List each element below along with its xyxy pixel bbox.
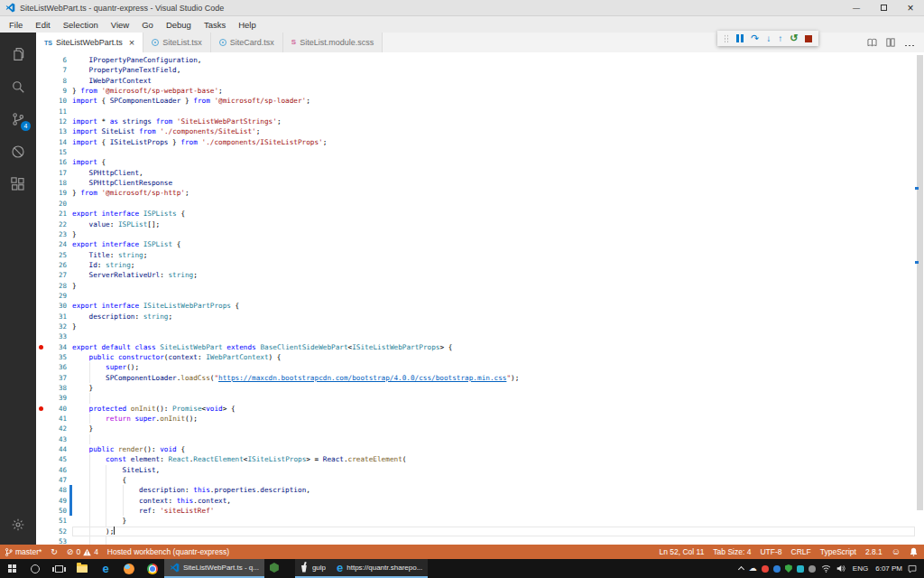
minimize-button[interactable] bbox=[843, 0, 870, 15]
code-line[interactable]: } bbox=[72, 322, 915, 331]
line-number[interactable]: 23 bbox=[46, 229, 67, 239]
line-number[interactable]: 11 bbox=[46, 107, 67, 117]
line-number[interactable]: 51 bbox=[46, 516, 67, 526]
taskbar-search-button[interactable] bbox=[23, 559, 47, 578]
code-line[interactable]: } bbox=[72, 281, 915, 291]
breakpoint-icon[interactable] bbox=[39, 406, 43, 411]
code-line[interactable]: public render(): void { bbox=[72, 444, 915, 454]
activity-debug[interactable] bbox=[0, 135, 36, 168]
debug-step-into-button[interactable] bbox=[766, 34, 771, 43]
code-line[interactable]: SPHttpClientResponse bbox=[72, 178, 915, 188]
code-line[interactable]: import * as strings from 'SiteListWebPar… bbox=[72, 117, 915, 126]
tab-1[interactable]: SiteListWebPart.ts× bbox=[36, 33, 143, 52]
line-number[interactable]: 47 bbox=[46, 475, 67, 485]
more-actions-button[interactable] bbox=[904, 34, 915, 51]
menu-go[interactable]: Go bbox=[135, 18, 160, 32]
indentation-setting[interactable]: Tab Size: 4 bbox=[708, 545, 755, 559]
code-area[interactable]: IPropertyPaneConfiguration, PropertyPane… bbox=[72, 55, 915, 545]
debug-step-over-button[interactable] bbox=[751, 33, 759, 43]
editor[interactable]: 6789101112131415161718192021222324252627… bbox=[36, 52, 924, 545]
line-number[interactable]: 15 bbox=[46, 147, 67, 157]
line-number[interactable]: 49 bbox=[46, 496, 67, 506]
line-number[interactable]: 28 bbox=[46, 281, 67, 291]
editor-scrollbar[interactable] bbox=[915, 55, 924, 545]
line-number[interactable]: 27 bbox=[46, 270, 67, 280]
menu-tasks[interactable]: Tasks bbox=[198, 18, 232, 32]
line-number[interactable]: 32 bbox=[46, 322, 67, 331]
line-number[interactable]: 13 bbox=[46, 126, 67, 136]
code-line[interactable]: context: this.context, bbox=[72, 496, 915, 506]
code-line[interactable] bbox=[72, 393, 915, 403]
code-line[interactable]: export interface ISPLists { bbox=[72, 209, 915, 219]
tray-red-icon[interactable] bbox=[762, 565, 769, 573]
menu-edit[interactable]: Edit bbox=[29, 18, 56, 32]
code-line[interactable]: export default class SiteListWebPart ext… bbox=[72, 342, 915, 352]
menu-view[interactable]: View bbox=[105, 18, 135, 32]
code-line[interactable]: Title: string; bbox=[72, 250, 915, 260]
line-number[interactable]: 19 bbox=[46, 188, 67, 198]
scrollbar-thumb[interactable] bbox=[917, 55, 923, 510]
code-line[interactable]: description: string; bbox=[72, 312, 915, 322]
line-number[interactable]: 41 bbox=[46, 414, 67, 424]
notifications-button[interactable] bbox=[905, 545, 922, 559]
line-number[interactable]: 26 bbox=[46, 260, 67, 270]
feedback-button[interactable] bbox=[887, 545, 905, 559]
line-number[interactable]: 48 bbox=[46, 485, 67, 495]
debug-restart-button[interactable] bbox=[790, 33, 798, 43]
clock[interactable]: 6:07 PM bbox=[875, 564, 902, 573]
code-line[interactable]: } bbox=[72, 516, 915, 526]
code-line[interactable] bbox=[72, 434, 915, 444]
menu-debug[interactable]: Debug bbox=[160, 18, 198, 32]
line-number[interactable]: 36 bbox=[46, 362, 67, 372]
branch-indicator[interactable]: master* bbox=[0, 545, 46, 559]
problems-indicator[interactable]: 0 4 bbox=[62, 545, 103, 559]
workbench-status[interactable]: Hosted workbench (quantr-express) bbox=[103, 545, 234, 559]
line-number[interactable]: 29 bbox=[46, 291, 67, 301]
code-line[interactable]: } bbox=[72, 424, 915, 434]
debug-pause-button[interactable] bbox=[736, 34, 744, 42]
activity-explorer[interactable] bbox=[0, 38, 36, 70]
line-number[interactable]: 17 bbox=[46, 168, 67, 178]
line-number[interactable]: 21 bbox=[46, 209, 67, 219]
code-line[interactable]: import { SPComponentLoader } from '@micr… bbox=[72, 96, 915, 106]
close-tab-icon[interactable]: × bbox=[129, 37, 134, 48]
code-line[interactable]: ); bbox=[72, 527, 915, 536]
code-line[interactable]: } bbox=[72, 383, 915, 393]
line-number[interactable]: 40 bbox=[46, 404, 67, 414]
menu-file[interactable]: File bbox=[3, 18, 29, 32]
line-number[interactable]: 46 bbox=[46, 465, 67, 475]
code-line[interactable]: const element: React.ReactElement<ISiteL… bbox=[72, 454, 915, 464]
input-language[interactable]: ENG bbox=[851, 564, 870, 573]
typescript-version[interactable]: 2.8.1 bbox=[861, 545, 887, 559]
code-line[interactable]: ref: 'siteListRef' bbox=[72, 506, 915, 516]
close-button[interactable] bbox=[897, 0, 924, 15]
hidden-icons-chevron[interactable] bbox=[738, 566, 744, 573]
line-number[interactable]: 34 bbox=[46, 342, 67, 352]
tray-blue-icon[interactable] bbox=[773, 565, 781, 573]
code-line[interactable]: SiteList, bbox=[72, 465, 915, 475]
line-number[interactable]: 10 bbox=[46, 96, 67, 106]
code-line[interactable] bbox=[72, 199, 915, 209]
taskbar-window-1[interactable]: SiteListWebPart.ts - q... bbox=[164, 559, 264, 578]
tab-2[interactable]: SiteList.tsx bbox=[143, 33, 211, 52]
code-line[interactable] bbox=[72, 107, 915, 117]
breakpoint-icon[interactable] bbox=[39, 345, 43, 350]
tab-3[interactable]: SiteCard.tsx bbox=[211, 33, 283, 52]
action-center-icon[interactable] bbox=[908, 564, 917, 573]
tray-gray-icon[interactable] bbox=[808, 565, 816, 573]
taskbar-edge-button[interactable] bbox=[94, 559, 117, 578]
debug-step-out-button[interactable] bbox=[778, 34, 782, 43]
code-line[interactable]: description: this.properties.description… bbox=[72, 485, 915, 495]
code-line[interactable]: import SiteList from './components/SiteL… bbox=[72, 126, 915, 136]
code-line[interactable]: IPropertyPaneConfiguration, bbox=[72, 55, 915, 65]
code-line[interactable]: public constructor(context: IWebPartCont… bbox=[72, 352, 915, 362]
code-line[interactable]: export interface ISPList { bbox=[72, 239, 915, 249]
code-line[interactable]: return super.onInit(); bbox=[72, 414, 915, 424]
language-mode[interactable]: TypeScript bbox=[816, 545, 861, 559]
code-line[interactable] bbox=[72, 536, 915, 545]
line-number[interactable]: 24 bbox=[46, 239, 67, 249]
taskbar-task-view-button[interactable] bbox=[47, 559, 70, 578]
line-number[interactable]: 42 bbox=[46, 424, 67, 434]
line-number[interactable]: 20 bbox=[46, 199, 67, 209]
volume-icon[interactable] bbox=[836, 564, 845, 573]
